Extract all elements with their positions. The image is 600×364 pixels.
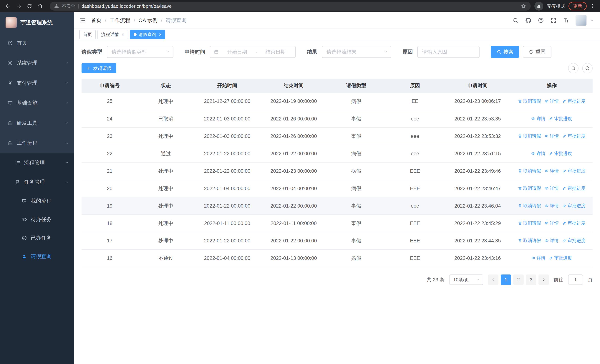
cancel-leave-link[interactable]: 取消请假 (518, 220, 541, 226)
progress-link[interactable]: 审批进度 (562, 133, 585, 139)
font-size-icon[interactable] (563, 17, 569, 24)
home-icon[interactable] (38, 3, 43, 9)
caret-down-icon[interactable] (590, 18, 594, 22)
reason-input[interactable] (417, 46, 479, 58)
sidebar-item-system-mgmt[interactable]: 系统管理 (0, 53, 74, 73)
progress-link[interactable]: 审批进度 (562, 185, 585, 191)
tab-process-detail[interactable]: 流程详情× (97, 30, 128, 39)
browser-nav (4, 3, 46, 9)
refresh-table-button[interactable] (582, 63, 593, 73)
cell-type: 事假 (327, 197, 386, 215)
sidebar-item-leave-query[interactable]: 请假查询 (0, 247, 74, 266)
pen-icon (562, 169, 566, 173)
progress-link[interactable]: 审批进度 (549, 150, 572, 156)
search-button[interactable]: 搜索 (491, 46, 519, 58)
bookmark-star-icon[interactable] (521, 3, 526, 9)
sidebar-item-process-mgmt[interactable]: 流程管理 (0, 153, 74, 172)
goto-page-input[interactable] (568, 274, 583, 285)
result-select[interactable]: 请选择流结果 (322, 46, 391, 58)
browser-chrome: 不安全 dashboard.yudao.iocoder.cn/bpm/oa/le… (0, 0, 600, 12)
url-text[interactable]: dashboard.yudao.iocoder.cn/bpm/oa/leave (82, 3, 518, 9)
tab-label: 请假查询 (138, 31, 156, 37)
cancel-leave-link[interactable]: 取消请假 (518, 203, 541, 209)
cancel-leave-link[interactable]: 取消请假 (518, 238, 541, 243)
help-icon[interactable] (538, 17, 544, 24)
sidebar-item-my-process[interactable]: 我的流程 (0, 192, 74, 210)
sidebar-item-dev-tools[interactable]: 研发工具 (0, 113, 74, 133)
progress-link[interactable]: 审批进度 (562, 168, 585, 174)
gear-icon (7, 60, 13, 66)
prev-page-button[interactable] (488, 274, 498, 285)
search-icon[interactable] (513, 17, 519, 24)
detail-link[interactable]: 详情 (531, 150, 545, 156)
reload-icon[interactable] (27, 3, 32, 9)
detail-link[interactable]: 详情 (544, 238, 559, 243)
collapse-sidebar-icon[interactable] (74, 17, 91, 24)
cancel-leave-link[interactable]: 取消请假 (518, 168, 541, 174)
logo[interactable]: 芋道管理系统 (0, 12, 74, 33)
cancel-leave-link[interactable]: 取消请假 (518, 185, 541, 191)
reset-button[interactable]: 重置 (523, 46, 552, 58)
sidebar-item-task-mgmt[interactable]: 任务管理 (0, 172, 74, 192)
close-tab-icon[interactable]: × (122, 32, 124, 37)
cancel-leave-link[interactable]: 取消请假 (518, 133, 541, 139)
detail-link[interactable]: 详情 (544, 203, 559, 209)
sidebar-item-infrastructure[interactable]: 基础设施 (0, 93, 74, 113)
cancel-leave-link[interactable]: 取消请假 (518, 98, 541, 104)
sidebar-item-home[interactable]: 首页 (0, 33, 74, 53)
detail-link[interactable]: 详情 (531, 116, 545, 121)
progress-link[interactable]: 审批进度 (562, 238, 585, 243)
create-leave-button[interactable]: 发起请假 (82, 63, 116, 73)
detail-link[interactable]: 详情 (544, 168, 559, 174)
menu-dots-icon[interactable] (590, 3, 596, 9)
sidebar-item-payment-mgmt[interactable]: 支付管理 (0, 73, 74, 93)
cell-start: 2021-12-27 00:00:00 (194, 93, 261, 110)
briefcase-icon (7, 120, 13, 126)
sidebar-item-todo-tasks[interactable]: 待办任务 (0, 210, 74, 229)
progress-link[interactable]: 审批进度 (562, 98, 585, 104)
fullscreen-icon[interactable] (550, 17, 557, 24)
page-button-2[interactable]: 2 (513, 274, 524, 285)
sidebar-item-workflow[interactable]: 工作流程 (0, 133, 74, 153)
page-button-3[interactable]: 3 (526, 274, 536, 285)
github-icon[interactable] (525, 17, 531, 24)
page-size-select[interactable]: 10条/页 (449, 274, 483, 285)
leave-type-select[interactable]: 请选择请假类型 (107, 46, 173, 58)
detail-link[interactable]: 详情 (544, 220, 559, 226)
start-date-placeholder: 开始日期 (221, 48, 253, 55)
detail-link[interactable]: 详情 (544, 185, 559, 191)
progress-link[interactable]: 审批进度 (549, 116, 572, 121)
back-icon[interactable] (5, 3, 11, 9)
close-tab-icon[interactable]: × (159, 32, 162, 37)
page-button-1[interactable]: 1 (501, 274, 511, 285)
detail-link[interactable]: 详情 (544, 133, 559, 139)
breadcrumb-workflow[interactable]: 工作流程 (110, 17, 131, 24)
next-page-button[interactable] (538, 274, 549, 285)
progress-link[interactable]: 审批进度 (549, 255, 572, 261)
col-applied: 申请时间 (444, 79, 511, 93)
detail-link[interactable]: 详情 (531, 255, 545, 261)
cell-id: 20 (82, 180, 138, 197)
forward-icon[interactable] (16, 3, 21, 9)
table-tools (568, 63, 593, 73)
sidebar-item-done-tasks[interactable]: 已办任务 (0, 229, 74, 247)
detail-link[interactable]: 详情 (544, 98, 559, 104)
magnifier-icon (497, 49, 501, 54)
toggle-search-button[interactable] (568, 63, 579, 73)
progress-link[interactable]: 审批进度 (562, 220, 585, 226)
user-avatar[interactable] (576, 15, 587, 26)
breadcrumb-separator: / (134, 18, 135, 23)
apply-time-range-picker[interactable]: 开始日期 - 结束日期 (210, 46, 296, 58)
sidebar-item-label: 研发工具 (17, 120, 61, 127)
tab-leave-query[interactable]: 请假查询× (130, 30, 165, 39)
update-button[interactable]: 更新 (569, 2, 587, 10)
cell-status: 处理中 (138, 180, 194, 197)
breadcrumb-oa-example[interactable]: OA 示例 (139, 17, 158, 24)
breadcrumb-home[interactable]: 首页 (91, 17, 102, 24)
progress-link[interactable]: 审批进度 (562, 203, 585, 209)
cell-ops: 取消请假详情审批进度 (511, 93, 593, 110)
tab-home[interactable]: 首页 (79, 30, 96, 39)
address-bar[interactable]: 不安全 dashboard.yudao.iocoder.cn/bpm/oa/le… (50, 2, 531, 10)
chevron-down-icon (166, 50, 170, 54)
range-separator: - (255, 49, 257, 55)
